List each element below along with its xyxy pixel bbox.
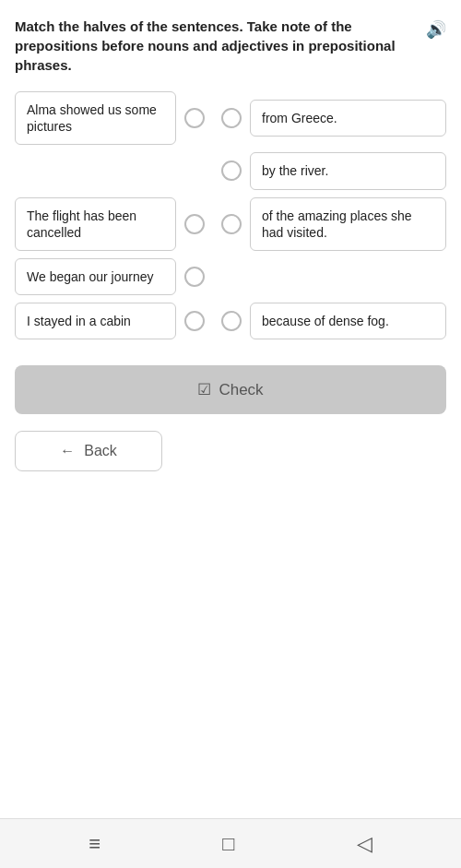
right-radio-1[interactable]: [221, 108, 242, 128]
left-radio-cell-2: [176, 210, 213, 238]
right-item-1: from Greece.: [250, 100, 446, 137]
left-item-4: I stayed in a cabin: [15, 303, 176, 339]
left-radio-2[interactable]: [184, 214, 205, 234]
left-radio-cell-1: [176, 104, 213, 132]
left-item-1: Alma showed us some pictures: [15, 91, 176, 145]
back-nav-icon[interactable]: ◁: [357, 832, 372, 856]
right-radio-4[interactable]: [221, 311, 242, 331]
right-radio-cell-1: [213, 104, 250, 132]
right-item-2: by the river.: [250, 152, 446, 189]
menu-icon[interactable]: ≡: [89, 832, 100, 856]
left-radio-cell-4: [176, 307, 213, 335]
back-label: Back: [84, 443, 117, 459]
matching-area: Alma showed us some pictures from Greece…: [15, 91, 446, 339]
left-radio-cell-3: [176, 263, 213, 291]
check-label: Check: [219, 381, 263, 399]
instruction-block: Match the halves of the sentences. Take …: [15, 17, 446, 75]
right-radio-3[interactable]: [221, 214, 242, 234]
right-radio-cell-4: [213, 307, 250, 335]
back-arrow-icon: ←: [60, 443, 75, 459]
left-item-2: The flight has been cancelled: [15, 197, 176, 251]
right-radio-cell-3: [213, 210, 250, 238]
back-button[interactable]: ← Back: [15, 431, 162, 471]
left-radio-4[interactable]: [184, 311, 205, 331]
speaker-icon[interactable]: 🔊: [426, 18, 446, 42]
home-icon[interactable]: □: [222, 832, 234, 856]
right-radio-2[interactable]: [221, 161, 242, 181]
left-radio-3[interactable]: [184, 267, 205, 287]
check-icon: ☑: [197, 380, 211, 399]
left-item-3: We began our journey: [15, 258, 176, 295]
instruction-text: Match the halves of the sentences. Take …: [15, 17, 419, 75]
left-radio-1[interactable]: [184, 108, 205, 128]
right-item-3: of the amazing places she had visited.: [250, 197, 446, 251]
bottom-navigation: ≡ □ ◁: [0, 818, 461, 868]
check-button[interactable]: ☑ Check: [15, 365, 446, 414]
right-radio-cell-2: [213, 157, 250, 184]
right-item-4: because of dense fog.: [250, 303, 446, 339]
